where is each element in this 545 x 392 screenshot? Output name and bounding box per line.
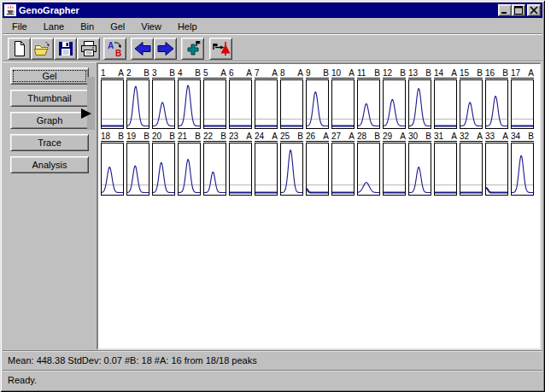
lane-number: 2 [126,68,132,78]
lane-panel-5[interactable]: 5A [203,68,226,129]
lane-number: 5 [203,68,208,78]
lane-panel-31[interactable]: 31A [434,132,457,196]
lane-panel-7[interactable]: 7A [255,68,278,129]
lane-trace-plot[interactable] [152,79,175,129]
open-button[interactable] [31,38,54,60]
lane-panel-11[interactable]: 11B [357,68,380,129]
lane-trace-plot[interactable] [485,79,508,129]
maximize-button[interactable] [512,4,525,16]
lane-panel-34[interactable]: 34B [511,132,534,196]
lane-panel-15[interactable]: 15B [460,68,483,129]
lane-trace-plot[interactable] [357,143,380,196]
lane-trace-plot[interactable] [434,143,457,196]
lane-trace-plot[interactable] [280,79,303,129]
lane-trace-plot[interactable] [229,143,252,196]
lane-panel-12[interactable]: 12B [383,68,406,129]
lane-panel-2[interactable]: 2B [126,68,149,129]
menu-gel[interactable]: Gel [108,20,126,32]
lane-trace-plot[interactable] [101,79,124,129]
back-button[interactable] [131,38,154,60]
lane-panel-29[interactable]: 29A [383,132,406,196]
lane-trace-plot[interactable] [306,143,329,196]
threshold-slider-marker-icon[interactable] [81,108,91,119]
lane-trace-plot[interactable] [203,79,226,129]
menu-view[interactable]: View [139,20,163,32]
lane-panel-23[interactable]: 23A [229,132,252,196]
view-button-thumbnail[interactable]: Thumbnail [10,90,89,107]
print-button[interactable] [77,38,100,60]
lane-trace-plot[interactable] [255,143,278,196]
lane-trace-plot[interactable] [280,143,303,196]
lane-panel-32[interactable]: 32A [460,132,483,196]
lane-panel-25[interactable]: 25B [280,132,303,196]
title-bar[interactable]: GenoGrapher [3,3,542,18]
menu-lane[interactable]: Lane [42,20,66,32]
lane-panel-22[interactable]: 22B [203,132,226,196]
lane-trace-plot[interactable] [511,143,534,196]
lane-trace-plot[interactable] [383,79,406,129]
lane-panel-27[interactable]: 27A [331,132,355,196]
menu-help[interactable]: Help [176,20,199,32]
lane-panel-33[interactable]: 33A [485,132,508,196]
lane-trace-plot[interactable] [306,79,329,129]
lane-trace-plot[interactable] [255,79,278,129]
lane-label: 8A [280,68,303,79]
lane-label: 28B [357,132,380,142]
lane-trace-plot[interactable] [460,79,483,129]
lane-trace-plot[interactable] [511,79,534,129]
rename-ab-button[interactable]: AB [103,38,126,60]
lane-panel-18[interactable]: 18B [101,132,124,196]
view-button-graph[interactable]: Graph [10,112,89,129]
lane-trace-plot[interactable] [178,79,201,129]
lane-panel-24[interactable]: 24A [255,132,278,196]
view-button-analysis[interactable]: Analysis [10,156,89,173]
lane-panel-8[interactable]: 8A [280,68,303,129]
lane-panel-30[interactable]: 30B [408,132,431,196]
lane-panel-14[interactable]: 14A [434,68,457,129]
lane-panel-3[interactable]: 3B [152,68,175,129]
lane-panel-16[interactable]: 16B [485,68,508,129]
menu-bin[interactable]: Bin [79,20,96,32]
lane-trace-plot[interactable] [178,143,201,196]
view-button-gel[interactable]: Gel [10,67,89,85]
lane-trace-plot[interactable] [126,79,149,129]
threshold-slider-track[interactable] [87,77,95,130]
lane-trace-plot[interactable] [152,143,175,196]
lane-panel-28[interactable]: 28B [357,132,380,196]
lane-trace-plot[interactable] [434,79,457,129]
lane-trace-plot[interactable] [460,143,483,196]
bin-letter: A [528,68,534,78]
lane-trace-plot[interactable] [331,143,355,196]
lane-panel-9[interactable]: 9B [306,68,329,129]
lane-trace-plot[interactable] [203,143,226,196]
lane-trace-plot[interactable] [485,143,508,196]
new-button[interactable] [8,38,31,60]
lane-trace-plot[interactable] [126,143,149,196]
lane-panel-13[interactable]: 13B [408,68,431,129]
add-bin-button[interactable] [181,38,204,60]
view-button-trace[interactable]: Trace [10,134,89,151]
move-bin-button[interactable] [209,38,232,60]
lane-panel-26[interactable]: 26A [306,132,329,196]
lane-trace-plot[interactable] [331,79,355,129]
lane-panel-10[interactable]: 10A [331,68,355,129]
lane-panel-1[interactable]: 1A [101,68,124,129]
lane-trace-plot[interactable] [357,79,380,129]
lane-trace-plot[interactable] [229,79,252,129]
lane-panel-17[interactable]: 17A [511,68,534,129]
forward-button[interactable] [154,38,177,60]
lane-panel-19[interactable]: 19B [126,132,149,196]
lane-trace-plot[interactable] [408,79,431,129]
lane-panel-20[interactable]: 20B [152,132,175,196]
lane-panel-21[interactable]: 21B [178,132,201,196]
lane-trace-plot[interactable] [101,143,124,196]
lane-trace-plot[interactable] [383,143,406,196]
minimize-button[interactable] [498,4,512,16]
lane-number: 21 [178,132,187,141]
save-button[interactable] [54,38,77,60]
lane-trace-plot[interactable] [408,143,431,196]
lane-panel-6[interactable]: 6A [229,68,252,129]
lane-panel-4[interactable]: 4B [178,68,201,129]
menu-file[interactable]: File [10,20,29,32]
close-button[interactable] [527,4,541,16]
